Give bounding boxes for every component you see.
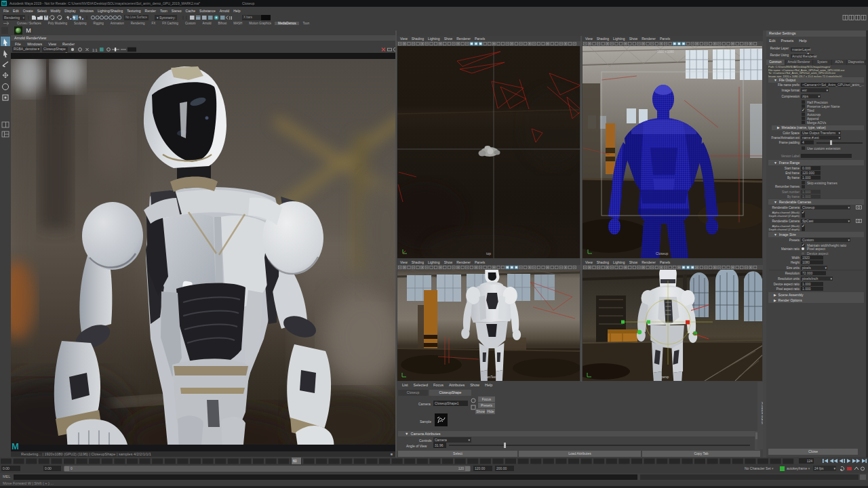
svg-text:top: top [486, 251, 491, 256]
svg-text:persp: persp [661, 375, 669, 379]
svg-text:CamTest: CamTest [484, 375, 497, 379]
svg-text:Closeup: Closeup [656, 251, 669, 256]
svg-text:M: M [12, 441, 19, 451]
svg-text:60: 60 [293, 459, 297, 463]
svg-text:1920 x 1080: 1920 x 1080 [657, 50, 674, 54]
svg-text:Attribute Editor: Attribute Editor [761, 402, 763, 424]
svg-text:1:1: 1:1 [92, 48, 98, 52]
